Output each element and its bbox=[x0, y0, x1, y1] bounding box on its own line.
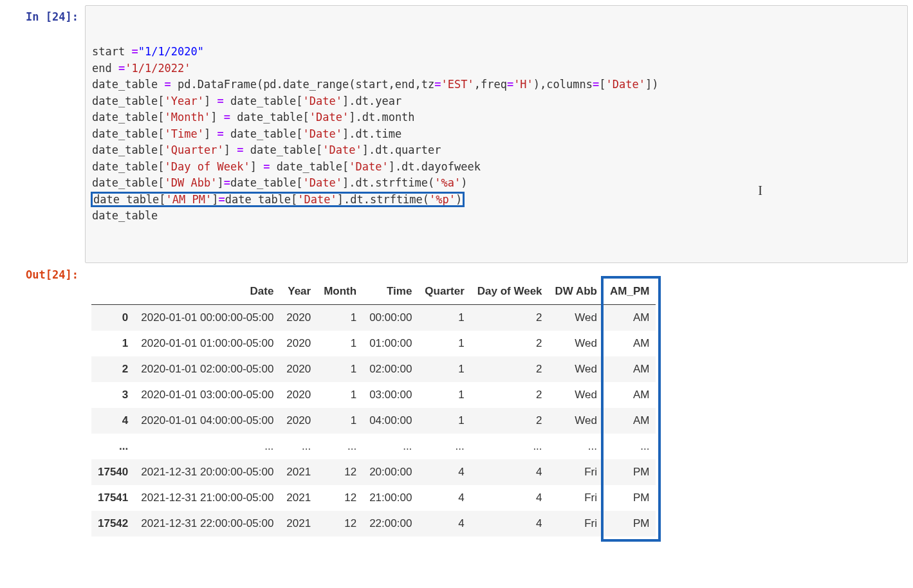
code-line: start ="1/1/2020" bbox=[92, 44, 901, 60]
cell: Wed bbox=[549, 331, 604, 356]
cell: 1 bbox=[418, 408, 470, 434]
code-line: date_table = pd.DataFrame(pd.date_range(… bbox=[92, 77, 901, 93]
row-index: 0 bbox=[91, 304, 134, 331]
column-header: Day of Week bbox=[471, 279, 549, 305]
code-line: date_table['Day of Week'] = date_table['… bbox=[92, 159, 901, 176]
cell: ... bbox=[604, 434, 656, 459]
cell: 00:00:00 bbox=[363, 304, 418, 331]
cell: 2020-01-01 01:00:00-05:00 bbox=[134, 331, 280, 356]
cell: 20:00:00 bbox=[363, 459, 418, 485]
cell: 1 bbox=[418, 382, 470, 408]
cell: 2020 bbox=[280, 356, 317, 382]
code-line: date_table['Month'] = date_table['Date']… bbox=[92, 109, 901, 126]
notebook-output-cell: Out[24]: DateYearMonthTimeQuarterDay of … bbox=[5, 263, 908, 539]
cell: Wed bbox=[549, 356, 604, 382]
column-header: AM_PM bbox=[604, 279, 656, 305]
code-line: end ='1/1/2022' bbox=[92, 60, 901, 77]
cell: 2020-01-01 02:00:00-05:00 bbox=[134, 356, 280, 382]
cell: 2 bbox=[471, 356, 549, 382]
cell: 1 bbox=[317, 382, 363, 408]
dataframe-table: DateYearMonthTimeQuarterDay of WeekDW Ab… bbox=[91, 279, 656, 537]
cell: Fri bbox=[549, 485, 604, 511]
code-line: date_table['Time'] = date_table['Date'].… bbox=[92, 126, 901, 143]
cell: 2021 bbox=[280, 459, 317, 485]
row-index: 3 bbox=[91, 382, 134, 408]
cell: AM bbox=[604, 304, 656, 331]
cell: 1 bbox=[317, 304, 363, 331]
cell: 22:00:00 bbox=[363, 511, 418, 537]
input-prompt: In [24]: bbox=[5, 5, 85, 26]
cell: PM bbox=[604, 485, 656, 511]
cell: ... bbox=[471, 434, 549, 459]
index-header bbox=[91, 279, 134, 305]
row-index: ... bbox=[91, 434, 134, 459]
cell: ... bbox=[280, 434, 317, 459]
code-line: date_table['DW Abb']=date_table['Date'].… bbox=[92, 175, 901, 192]
cell: ... bbox=[317, 434, 363, 459]
cell: 4 bbox=[471, 511, 549, 537]
cell: 2021-12-31 21:00:00-05:00 bbox=[134, 485, 280, 511]
cell: 1 bbox=[317, 331, 363, 356]
output-area: DateYearMonthTimeQuarterDay of WeekDW Ab… bbox=[85, 263, 908, 539]
cell: 2021-12-31 20:00:00-05:00 bbox=[134, 459, 280, 485]
table-row: 175412021-12-31 21:00:00-05:0020211221:0… bbox=[91, 485, 656, 511]
cell: 2021 bbox=[280, 485, 317, 511]
table-row: 02020-01-01 00:00:00-05:002020100:00:001… bbox=[91, 304, 656, 331]
column-header: Month bbox=[317, 279, 363, 305]
cell: ... bbox=[134, 434, 280, 459]
cell: 4 bbox=[418, 459, 470, 485]
cell: ... bbox=[363, 434, 418, 459]
cell: Wed bbox=[549, 304, 604, 331]
cell: 2020 bbox=[280, 408, 317, 434]
cell: 4 bbox=[418, 485, 470, 511]
cell: 2 bbox=[471, 331, 549, 356]
cell: AM bbox=[604, 408, 656, 434]
row-index: 4 bbox=[91, 408, 134, 434]
cell: Fri bbox=[549, 459, 604, 485]
highlighted-code: date_table['AM_PM']=date_table['Date'].d… bbox=[92, 193, 463, 206]
cell: 2020 bbox=[280, 331, 317, 356]
cell: 4 bbox=[471, 485, 549, 511]
cell: 2021-12-31 22:00:00-05:00 bbox=[134, 511, 280, 537]
cell: 2020-01-01 04:00:00-05:00 bbox=[134, 408, 280, 434]
cell: 2020-01-01 03:00:00-05:00 bbox=[134, 382, 280, 408]
column-header: Quarter bbox=[418, 279, 470, 305]
cell: 03:00:00 bbox=[363, 382, 418, 408]
table-row: 42020-01-01 04:00:00-05:002020104:00:001… bbox=[91, 408, 656, 434]
cell: Wed bbox=[549, 382, 604, 408]
table-row: 32020-01-01 03:00:00-05:002020103:00:001… bbox=[91, 382, 656, 408]
column-header: Time bbox=[363, 279, 418, 305]
code-line: date_table['Year'] = date_table['Date'].… bbox=[92, 93, 901, 110]
cell: 12 bbox=[317, 485, 363, 511]
cell: Wed bbox=[549, 408, 604, 434]
output-prompt: Out[24]: bbox=[5, 263, 85, 284]
cell: 2 bbox=[471, 304, 549, 331]
column-header: DW Abb bbox=[549, 279, 604, 305]
cell: 2020 bbox=[280, 382, 317, 408]
code-line: date_table bbox=[92, 208, 901, 225]
code-line: date_table['AM_PM']=date_table['Date'].d… bbox=[92, 192, 901, 208]
cell: AM bbox=[604, 331, 656, 356]
cell: PM bbox=[604, 459, 656, 485]
notebook-input-cell: In [24]: start ="1/1/2020"end ='1/1/2022… bbox=[5, 5, 908, 263]
cell: 1 bbox=[418, 356, 470, 382]
cell: 2020-01-01 00:00:00-05:00 bbox=[134, 304, 280, 331]
cell: 04:00:00 bbox=[363, 408, 418, 434]
cell: 2020 bbox=[280, 304, 317, 331]
table-row: 12020-01-01 01:00:00-05:002020101:00:001… bbox=[91, 331, 656, 356]
cell: ... bbox=[549, 434, 604, 459]
cell: 02:00:00 bbox=[363, 356, 418, 382]
column-header: Date bbox=[134, 279, 280, 305]
cell: 01:00:00 bbox=[363, 331, 418, 356]
text-cursor-icon: I bbox=[758, 181, 762, 200]
row-index: 2 bbox=[91, 356, 134, 382]
row-index: 17541 bbox=[91, 485, 134, 511]
cell: Fri bbox=[549, 511, 604, 537]
table-row: ........................... bbox=[91, 434, 656, 459]
cell: 1 bbox=[317, 356, 363, 382]
cell: 4 bbox=[471, 459, 549, 485]
code-editor[interactable]: start ="1/1/2020"end ='1/1/2022'date_tab… bbox=[85, 5, 908, 263]
table-row: 22020-01-01 02:00:00-05:002020102:00:001… bbox=[91, 356, 656, 382]
cell: 12 bbox=[317, 459, 363, 485]
cell: 21:00:00 bbox=[363, 485, 418, 511]
